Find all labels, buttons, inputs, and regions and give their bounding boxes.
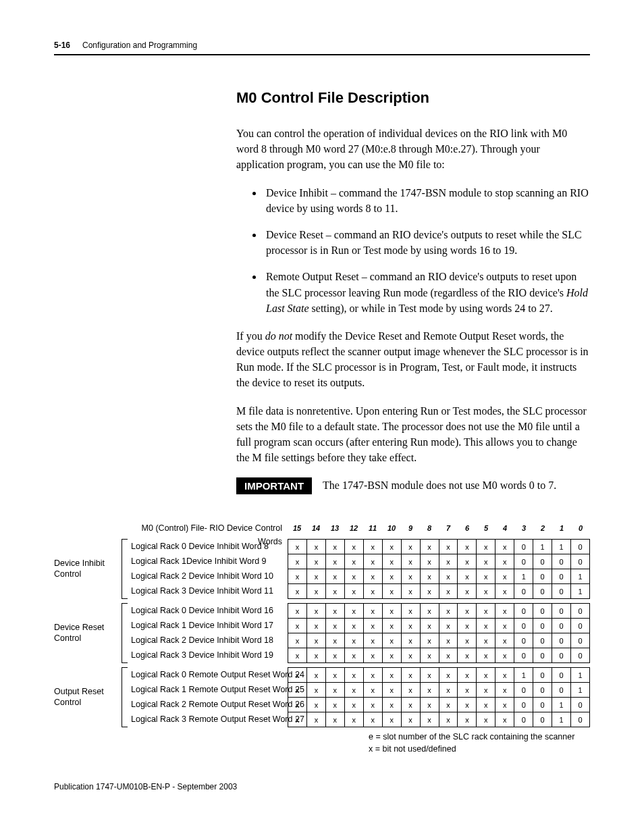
- bit-cell: x: [458, 698, 477, 712]
- bit-cell: x: [325, 584, 344, 599]
- table-row: xxxxxxxxxxxx0010: [288, 698, 590, 712]
- bit-cell: x: [306, 648, 325, 663]
- bit-header: 7: [439, 521, 458, 535]
- bit-cell: x: [306, 668, 325, 683]
- bit-cell: x: [344, 584, 363, 599]
- text-fragment-italic: do not: [265, 330, 292, 342]
- bit-cell: x: [477, 554, 495, 569]
- bit-cell: x: [439, 619, 458, 633]
- bit-cell: x: [495, 683, 514, 698]
- bit-cell: 0: [552, 683, 571, 698]
- bit-cell: 0: [552, 569, 571, 584]
- bit-cell: x: [420, 604, 439, 619]
- word-label: Logical Rack 2 Remote Output Reset Word …: [131, 697, 288, 712]
- bit-cell: 0: [514, 683, 533, 698]
- bit-cell: x: [439, 668, 458, 683]
- bit-cell: x: [325, 633, 344, 648]
- bit-cell: 0: [552, 604, 571, 619]
- bit-cell: x: [363, 633, 382, 648]
- bit-header: 1: [552, 521, 571, 535]
- bit-cell: x: [420, 540, 439, 554]
- table-row: xxxxxxxxxxxx0000: [288, 633, 590, 648]
- bit-cell: x: [306, 619, 325, 633]
- bit-cell: x: [420, 584, 439, 599]
- bullet-list: Device Inhibit – command the 1747-BSN mo…: [263, 185, 590, 316]
- bit-cell: x: [495, 648, 514, 663]
- bit-cell: 0: [552, 668, 571, 683]
- bit-cell: x: [458, 619, 477, 633]
- bit-cell: 0: [514, 633, 533, 648]
- bit-cell: 0: [533, 584, 552, 599]
- bit-cell: x: [420, 712, 439, 727]
- bit-cell: x: [401, 619, 420, 633]
- bit-cell: x: [363, 683, 382, 698]
- word-label: Logical Rack 0 Device Inhibit Word 16: [131, 603, 288, 618]
- bit-cell: x: [477, 698, 495, 712]
- word-group: Device Inhibit ControlLogical Rack 0 Dev…: [54, 539, 590, 599]
- bit-cell: 1: [514, 569, 533, 584]
- bit-cell: x: [344, 540, 363, 554]
- bit-cell: 1: [571, 569, 590, 584]
- list-item: Remote Output Reset – command an RIO dev…: [263, 269, 590, 316]
- bit-cell: x: [382, 698, 401, 712]
- bit-cell: x: [288, 619, 307, 633]
- bit-cell: x: [401, 604, 420, 619]
- bit-cell: x: [401, 698, 420, 712]
- bit-cell: x: [344, 633, 363, 648]
- bit-cell: 0: [571, 554, 590, 569]
- word-group: Output Reset ControlLogical Rack 0 Remot…: [54, 667, 590, 727]
- text-fragment: If you: [236, 330, 265, 342]
- bit-cell: 0: [533, 569, 552, 584]
- bit-cell: x: [401, 683, 420, 698]
- bit-cell: x: [439, 698, 458, 712]
- bit-cell: x: [344, 712, 363, 727]
- bit-cell: 0: [571, 648, 590, 663]
- bit-cell: x: [306, 569, 325, 584]
- bit-cell: x: [420, 648, 439, 663]
- table-row: xxxxxxxxxxxx0010: [288, 712, 590, 727]
- bit-cell: 0: [552, 584, 571, 599]
- bit-header: 2: [533, 521, 552, 535]
- bit-cell: 0: [533, 712, 552, 727]
- table-row: xxxxxxxxxxxx0000: [288, 619, 590, 633]
- bit-cell: 0: [533, 633, 552, 648]
- word-label: Logical Rack 0 Device Inhibit Word 8: [131, 539, 288, 554]
- table-row: xxxxxxxxxxxx0000: [288, 554, 590, 569]
- bit-cell: 0: [571, 604, 590, 619]
- bit-cell: 0: [514, 619, 533, 633]
- word-label: Logical Rack 2 Device Inhibit Word 10: [131, 569, 288, 583]
- word-label: Logical Rack 1 Remote Output Reset Word …: [131, 682, 288, 697]
- bit-cell: x: [325, 648, 344, 663]
- bit-cell: x: [306, 712, 325, 727]
- bit-cell: x: [458, 569, 477, 584]
- section-title: M0 Control File Description: [236, 89, 590, 107]
- group-label: Device Inhibit Control: [54, 539, 122, 599]
- bit-cell: x: [458, 683, 477, 698]
- word-label: Logical Rack 1 Device Inhibit Word 17: [131, 618, 288, 633]
- bit-cell: x: [363, 584, 382, 599]
- word-group: Device Reset ControlLogical Rack 0 Devic…: [54, 603, 590, 663]
- bit-header: 4: [495, 521, 514, 535]
- list-item: Device Inhibit – command the 1747-BSN mo…: [263, 185, 590, 216]
- bit-cell: x: [458, 712, 477, 727]
- bit-cell: 0: [533, 604, 552, 619]
- bit-header: 9: [401, 521, 420, 535]
- bit-cell: x: [477, 648, 495, 663]
- bit-cell: x: [477, 668, 495, 683]
- bit-cell: x: [288, 554, 307, 569]
- bit-cell: x: [420, 554, 439, 569]
- bracket-icon: [122, 667, 130, 727]
- bit-cell: 1: [571, 584, 590, 599]
- bit-cell: x: [363, 554, 382, 569]
- word-label: Logical Rack 3 Remote Output Reset Word …: [131, 712, 288, 727]
- bit-cell: x: [401, 540, 420, 554]
- important-text: The 1747-BSN module does not use M0 word…: [323, 477, 590, 493]
- paragraph-2: If you do not modify the Device Reset an…: [236, 328, 590, 391]
- bit-cell: x: [495, 668, 514, 683]
- table-row: xxxxxxxxxxxx0000: [288, 648, 590, 663]
- bit-cell: 0: [514, 648, 533, 663]
- bit-cell: 1: [552, 698, 571, 712]
- bit-cell: x: [344, 619, 363, 633]
- chapter-title: Configuration and Programming: [82, 41, 197, 50]
- bit-cell: x: [420, 633, 439, 648]
